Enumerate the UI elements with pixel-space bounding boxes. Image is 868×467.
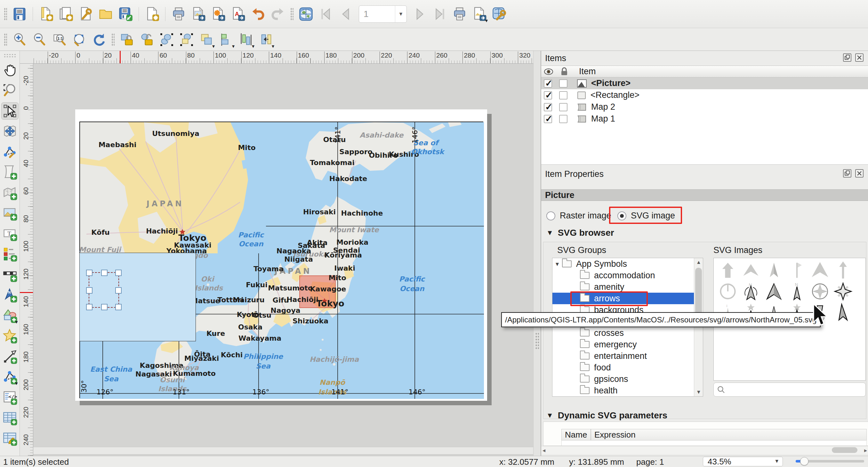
- svg-groups-tree[interactable]: ▾App Symbolsaccommodationamenityarrowsba…: [552, 258, 703, 397]
- visibility-checkbox[interactable]: [544, 79, 552, 88]
- zoom-level-combobox[interactable]: 43.5% ▼: [703, 457, 783, 466]
- export-svg-button[interactable]: [209, 5, 227, 23]
- toolbar-drag-handle[interactable]: [3, 54, 16, 58]
- export-image-button[interactable]: [189, 5, 208, 23]
- north-arrow-thumbnail[interactable]: [741, 261, 761, 280]
- resize-handle-nw[interactable]: [86, 270, 93, 276]
- north-arrow-thumbnail[interactable]: [764, 282, 783, 301]
- panel-horizontal-scrollbar[interactable]: ◂ ▸: [541, 446, 868, 454]
- zoom-actual-button[interactable]: 1:1: [50, 31, 68, 48]
- svg-group-health[interactable]: health: [552, 385, 703, 396]
- scroll-up-icon[interactable]: ▲: [694, 258, 703, 266]
- lock-checkbox[interactable]: [559, 103, 567, 111]
- add-north-arrow-button[interactable]: N: [1, 287, 19, 304]
- collapse-triangle-icon[interactable]: ▼: [546, 229, 553, 237]
- scroll-down-icon[interactable]: ▼: [694, 388, 703, 396]
- raise-items-button[interactable]: ▾: [197, 31, 215, 48]
- align-items-button[interactable]: ▾: [217, 31, 235, 48]
- items-row-rectangle[interactable]: <Rectangle>: [541, 89, 868, 101]
- select-move-item-tool-button[interactable]: [1, 102, 19, 120]
- svg-group-App Symbols[interactable]: ▾App Symbols: [552, 258, 703, 270]
- edit-nodes-tool-button[interactable]: [1, 143, 19, 161]
- north-arrow-thumbnail[interactable]: [718, 261, 737, 280]
- dynamic-svg-parameters-section[interactable]: ▼ Dynamic SVG parameters: [546, 410, 667, 421]
- redo-button[interactable]: [269, 5, 287, 23]
- add-legend-button[interactable]: [1, 246, 19, 263]
- items-row-picture[interactable]: <Picture>: [541, 77, 868, 89]
- items-row-map2[interactable]: Map 2: [541, 101, 868, 113]
- layout-canvas[interactable]: OtaruSapporoAsahi-dakeObihiroKushiroSea …: [33, 64, 533, 456]
- visibility-checkbox[interactable]: [544, 115, 552, 123]
- scroll-left-icon[interactable]: ◂: [542, 446, 546, 455]
- svg-group-amenity[interactable]: amenity: [552, 281, 703, 293]
- map-item-map2[interactable]: UtsunomiyaMaebashiMitoJAPANKōfuHachiōjiT…: [80, 122, 265, 253]
- ungroup-items-button[interactable]: [178, 31, 195, 48]
- resize-handle-s[interactable]: [101, 304, 107, 310]
- items-row-map1[interactable]: Map 1: [541, 113, 868, 125]
- export-atlas-button[interactable]: ▾: [470, 5, 488, 23]
- unlock-items-button[interactable]: [138, 31, 156, 48]
- add-picture-button[interactable]: [1, 205, 19, 222]
- spinbox-dropdown-icon[interactable]: ▼: [395, 6, 406, 22]
- north-arrow-thumbnail[interactable]: [810, 282, 830, 301]
- resize-handle-sw[interactable]: [86, 304, 93, 310]
- north-arrow-thumbnail[interactable]: [787, 261, 807, 280]
- close-panel-button[interactable]: [855, 54, 864, 62]
- undo-button[interactable]: [249, 5, 267, 23]
- north-arrow-thumbnail[interactable]: [810, 261, 830, 280]
- resize-handle-n[interactable]: [101, 270, 107, 276]
- zoom-out-button[interactable]: [30, 31, 48, 48]
- zoom-tool-button[interactable]: [1, 82, 19, 99]
- expander-icon[interactable]: ▾: [552, 260, 562, 268]
- save-project-button[interactable]: [10, 5, 29, 23]
- close-panel-button[interactable]: [855, 169, 864, 177]
- zoom-full-button[interactable]: [70, 31, 88, 48]
- svg-group-crosses[interactable]: crosses: [552, 327, 703, 339]
- resize-items-button[interactable]: ▾: [257, 31, 275, 48]
- refresh-button[interactable]: [90, 31, 108, 48]
- svg-browser-section[interactable]: ▼ SVG browser: [546, 228, 614, 238]
- resize-handle-ne[interactable]: [115, 270, 122, 276]
- raster-radio-button[interactable]: [546, 211, 555, 221]
- page-number-value[interactable]: 1: [359, 9, 395, 19]
- add-marker-button[interactable]: [1, 328, 19, 345]
- combo-dropdown-icon[interactable]: ▼: [774, 458, 779, 464]
- svg-group-gpsicons[interactable]: gpsicons: [552, 373, 703, 385]
- resize-handle-w[interactable]: [86, 287, 93, 294]
- raster-image-option[interactable]: Raster image: [546, 211, 611, 221]
- previous-feature-button[interactable]: [337, 5, 354, 23]
- save-layout-button[interactable]: [117, 5, 134, 23]
- north-arrow-thumbnail[interactable]: N: [787, 282, 807, 301]
- add-pages-button[interactable]: [143, 5, 161, 23]
- group-items-button[interactable]: [158, 31, 176, 48]
- export-pdf-button[interactable]: A: [229, 5, 247, 23]
- distribute-items-button[interactable]: ▾: [237, 31, 255, 48]
- page-number-spinbox[interactable]: 1 ▼: [359, 5, 407, 23]
- north-arrow-thumbnail[interactable]: [718, 282, 737, 301]
- toolbar-drag-handle[interactable]: [112, 33, 115, 46]
- lock-items-button[interactable]: [118, 31, 136, 48]
- add-arrow-button[interactable]: [1, 348, 19, 365]
- add-node-item-button[interactable]: ▾: [1, 368, 19, 386]
- toolbar-drag-handle[interactable]: [4, 33, 7, 46]
- duplicate-layout-button[interactable]: [57, 5, 75, 23]
- zoom-slider-knob[interactable]: [800, 457, 808, 465]
- scrollbar-thumb[interactable]: [695, 268, 702, 316]
- svg-group-emergency[interactable]: emergency: [552, 339, 703, 350]
- collapse-triangle-icon[interactable]: ▼: [546, 411, 553, 420]
- svg-image-search-field[interactable]: [713, 382, 866, 397]
- toolbar-drag-handle[interactable]: [4, 8, 7, 21]
- add-scalebar-button[interactable]: [1, 266, 19, 283]
- atlas-settings-button[interactable]: [490, 5, 508, 23]
- north-arrow-thumbnail[interactable]: [833, 261, 852, 280]
- move-item-content-tool-button[interactable]: [1, 123, 19, 140]
- panel-splitter-handle[interactable]: [535, 332, 539, 349]
- pan-tool-button[interactable]: [1, 61, 19, 79]
- new-layout-button[interactable]: [37, 5, 55, 23]
- float-panel-button[interactable]: [843, 54, 851, 62]
- add-label-button[interactable]: T: [1, 225, 19, 242]
- open-folder-button[interactable]: [97, 5, 115, 23]
- svg-group-accommodation[interactable]: accommodation: [552, 270, 703, 281]
- add-html-button[interactable]: </>: [1, 389, 19, 406]
- param-expression-header[interactable]: Expression: [591, 429, 867, 440]
